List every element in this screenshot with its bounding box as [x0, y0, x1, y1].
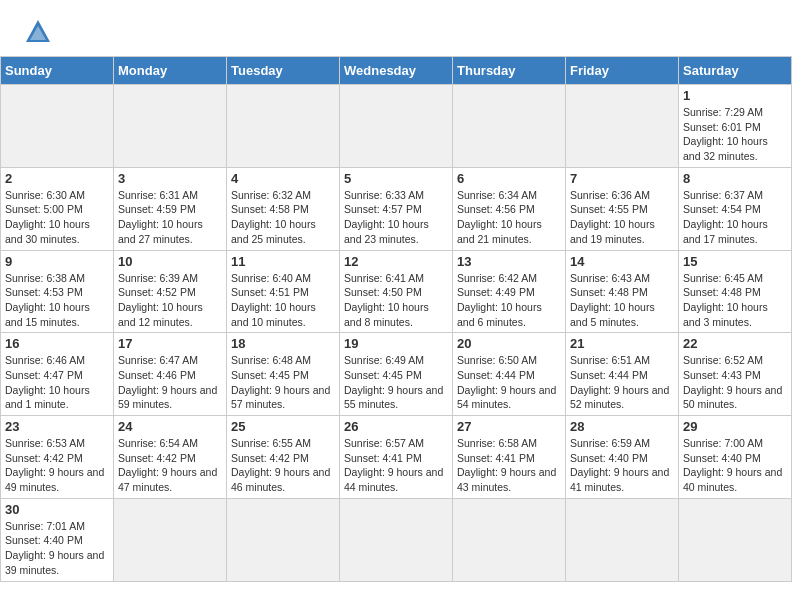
calendar-day-cell: 23Sunrise: 6:53 AM Sunset: 4:42 PM Dayli…	[1, 416, 114, 499]
day-number: 3	[118, 171, 222, 186]
day-info: Sunrise: 6:52 AM Sunset: 4:43 PM Dayligh…	[683, 353, 787, 412]
day-number: 20	[457, 336, 561, 351]
calendar-table: SundayMondayTuesdayWednesdayThursdayFrid…	[0, 56, 792, 582]
calendar-day-cell	[453, 85, 566, 168]
day-number: 27	[457, 419, 561, 434]
day-info: Sunrise: 6:31 AM Sunset: 4:59 PM Dayligh…	[118, 188, 222, 247]
calendar-day-cell: 5Sunrise: 6:33 AM Sunset: 4:57 PM Daylig…	[340, 167, 453, 250]
calendar-header-tuesday: Tuesday	[227, 57, 340, 85]
day-info: Sunrise: 7:00 AM Sunset: 4:40 PM Dayligh…	[683, 436, 787, 495]
day-number: 4	[231, 171, 335, 186]
calendar-day-cell: 28Sunrise: 6:59 AM Sunset: 4:40 PM Dayli…	[566, 416, 679, 499]
logo-icon	[24, 18, 52, 46]
calendar-day-cell: 16Sunrise: 6:46 AM Sunset: 4:47 PM Dayli…	[1, 333, 114, 416]
day-info: Sunrise: 6:46 AM Sunset: 4:47 PM Dayligh…	[5, 353, 109, 412]
calendar-header-wednesday: Wednesday	[340, 57, 453, 85]
day-info: Sunrise: 6:39 AM Sunset: 4:52 PM Dayligh…	[118, 271, 222, 330]
calendar-header-friday: Friday	[566, 57, 679, 85]
day-number: 8	[683, 171, 787, 186]
day-info: Sunrise: 6:37 AM Sunset: 4:54 PM Dayligh…	[683, 188, 787, 247]
day-info: Sunrise: 6:53 AM Sunset: 4:42 PM Dayligh…	[5, 436, 109, 495]
day-number: 28	[570, 419, 674, 434]
calendar-day-cell: 17Sunrise: 6:47 AM Sunset: 4:46 PM Dayli…	[114, 333, 227, 416]
day-number: 30	[5, 502, 109, 517]
day-info: Sunrise: 7:29 AM Sunset: 6:01 PM Dayligh…	[683, 105, 787, 164]
calendar-day-cell: 7Sunrise: 6:36 AM Sunset: 4:55 PM Daylig…	[566, 167, 679, 250]
day-number: 25	[231, 419, 335, 434]
day-number: 5	[344, 171, 448, 186]
day-number: 10	[118, 254, 222, 269]
day-number: 19	[344, 336, 448, 351]
page-header	[0, 0, 792, 56]
day-number: 14	[570, 254, 674, 269]
calendar-day-cell: 9Sunrise: 6:38 AM Sunset: 4:53 PM Daylig…	[1, 250, 114, 333]
calendar-day-cell	[566, 498, 679, 581]
day-number: 6	[457, 171, 561, 186]
day-info: Sunrise: 6:48 AM Sunset: 4:45 PM Dayligh…	[231, 353, 335, 412]
calendar-week-row: 30Sunrise: 7:01 AM Sunset: 4:40 PM Dayli…	[1, 498, 792, 581]
calendar-day-cell	[340, 498, 453, 581]
day-number: 23	[5, 419, 109, 434]
calendar-day-cell: 14Sunrise: 6:43 AM Sunset: 4:48 PM Dayli…	[566, 250, 679, 333]
calendar-header-sunday: Sunday	[1, 57, 114, 85]
day-info: Sunrise: 6:32 AM Sunset: 4:58 PM Dayligh…	[231, 188, 335, 247]
day-number: 11	[231, 254, 335, 269]
calendar-day-cell: 26Sunrise: 6:57 AM Sunset: 4:41 PM Dayli…	[340, 416, 453, 499]
day-info: Sunrise: 6:51 AM Sunset: 4:44 PM Dayligh…	[570, 353, 674, 412]
day-number: 2	[5, 171, 109, 186]
day-number: 24	[118, 419, 222, 434]
calendar-day-cell: 12Sunrise: 6:41 AM Sunset: 4:50 PM Dayli…	[340, 250, 453, 333]
day-info: Sunrise: 6:55 AM Sunset: 4:42 PM Dayligh…	[231, 436, 335, 495]
calendar-week-row: 1Sunrise: 7:29 AM Sunset: 6:01 PM Daylig…	[1, 85, 792, 168]
calendar-day-cell: 30Sunrise: 7:01 AM Sunset: 4:40 PM Dayli…	[1, 498, 114, 581]
calendar-week-row: 2Sunrise: 6:30 AM Sunset: 5:00 PM Daylig…	[1, 167, 792, 250]
calendar-day-cell: 10Sunrise: 6:39 AM Sunset: 4:52 PM Dayli…	[114, 250, 227, 333]
day-info: Sunrise: 6:30 AM Sunset: 5:00 PM Dayligh…	[5, 188, 109, 247]
day-number: 22	[683, 336, 787, 351]
calendar-day-cell	[114, 498, 227, 581]
day-number: 9	[5, 254, 109, 269]
calendar-day-cell: 1Sunrise: 7:29 AM Sunset: 6:01 PM Daylig…	[679, 85, 792, 168]
day-number: 18	[231, 336, 335, 351]
day-info: Sunrise: 6:45 AM Sunset: 4:48 PM Dayligh…	[683, 271, 787, 330]
calendar-header-row: SundayMondayTuesdayWednesdayThursdayFrid…	[1, 57, 792, 85]
calendar-day-cell: 25Sunrise: 6:55 AM Sunset: 4:42 PM Dayli…	[227, 416, 340, 499]
calendar-day-cell: 2Sunrise: 6:30 AM Sunset: 5:00 PM Daylig…	[1, 167, 114, 250]
day-number: 16	[5, 336, 109, 351]
calendar-day-cell	[1, 85, 114, 168]
day-info: Sunrise: 6:50 AM Sunset: 4:44 PM Dayligh…	[457, 353, 561, 412]
day-info: Sunrise: 6:57 AM Sunset: 4:41 PM Dayligh…	[344, 436, 448, 495]
calendar-day-cell: 6Sunrise: 6:34 AM Sunset: 4:56 PM Daylig…	[453, 167, 566, 250]
calendar-day-cell: 15Sunrise: 6:45 AM Sunset: 4:48 PM Dayli…	[679, 250, 792, 333]
day-info: Sunrise: 6:36 AM Sunset: 4:55 PM Dayligh…	[570, 188, 674, 247]
day-info: Sunrise: 6:38 AM Sunset: 4:53 PM Dayligh…	[5, 271, 109, 330]
day-info: Sunrise: 6:47 AM Sunset: 4:46 PM Dayligh…	[118, 353, 222, 412]
calendar-week-row: 9Sunrise: 6:38 AM Sunset: 4:53 PM Daylig…	[1, 250, 792, 333]
calendar-day-cell	[453, 498, 566, 581]
day-info: Sunrise: 6:43 AM Sunset: 4:48 PM Dayligh…	[570, 271, 674, 330]
calendar-day-cell: 24Sunrise: 6:54 AM Sunset: 4:42 PM Dayli…	[114, 416, 227, 499]
calendar-day-cell	[340, 85, 453, 168]
calendar-day-cell: 29Sunrise: 7:00 AM Sunset: 4:40 PM Dayli…	[679, 416, 792, 499]
calendar-header-monday: Monday	[114, 57, 227, 85]
calendar-day-cell: 18Sunrise: 6:48 AM Sunset: 4:45 PM Dayli…	[227, 333, 340, 416]
day-info: Sunrise: 6:34 AM Sunset: 4:56 PM Dayligh…	[457, 188, 561, 247]
day-info: Sunrise: 6:49 AM Sunset: 4:45 PM Dayligh…	[344, 353, 448, 412]
calendar-day-cell: 13Sunrise: 6:42 AM Sunset: 4:49 PM Dayli…	[453, 250, 566, 333]
calendar-week-row: 16Sunrise: 6:46 AM Sunset: 4:47 PM Dayli…	[1, 333, 792, 416]
day-number: 17	[118, 336, 222, 351]
calendar-day-cell: 11Sunrise: 6:40 AM Sunset: 4:51 PM Dayli…	[227, 250, 340, 333]
day-number: 13	[457, 254, 561, 269]
day-info: Sunrise: 6:42 AM Sunset: 4:49 PM Dayligh…	[457, 271, 561, 330]
calendar-week-row: 23Sunrise: 6:53 AM Sunset: 4:42 PM Dayli…	[1, 416, 792, 499]
day-number: 29	[683, 419, 787, 434]
calendar-day-cell: 4Sunrise: 6:32 AM Sunset: 4:58 PM Daylig…	[227, 167, 340, 250]
day-info: Sunrise: 6:54 AM Sunset: 4:42 PM Dayligh…	[118, 436, 222, 495]
calendar-header-thursday: Thursday	[453, 57, 566, 85]
calendar-day-cell: 27Sunrise: 6:58 AM Sunset: 4:41 PM Dayli…	[453, 416, 566, 499]
calendar-day-cell: 21Sunrise: 6:51 AM Sunset: 4:44 PM Dayli…	[566, 333, 679, 416]
calendar-day-cell	[227, 85, 340, 168]
logo	[20, 18, 52, 46]
day-info: Sunrise: 6:41 AM Sunset: 4:50 PM Dayligh…	[344, 271, 448, 330]
day-number: 7	[570, 171, 674, 186]
